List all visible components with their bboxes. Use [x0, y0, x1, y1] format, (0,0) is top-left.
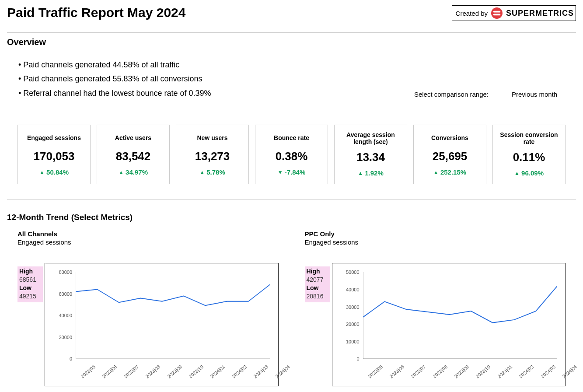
high-label: High [19, 268, 33, 275]
x-axis-tick: 2023|05 [367, 364, 384, 379]
x-axis-tick: 2023|06 [388, 364, 405, 379]
svg-rect-0 [493, 11, 501, 13]
x-axis-tick: 2024|04 [274, 364, 291, 379]
overview-bullet: • Paid channels generated 55.83% of all … [18, 72, 211, 86]
y-axis-tick: 40000 [59, 313, 72, 318]
y-axis-tick: 20000 [346, 322, 360, 327]
kpi-label: Active users [100, 131, 167, 144]
y-axis-tick: 30000 [346, 304, 360, 310]
x-axis-tick: 2024|02 [518, 364, 534, 379]
x-axis-tick: 2024|03 [540, 364, 556, 379]
trend-channel-label: All Channels [17, 230, 279, 238]
overview-bullets: • Paid channels generated 44.58% of all … [7, 58, 211, 100]
kpi-value: 0.38% [258, 150, 325, 163]
x-axis-tick: 2024|04 [561, 364, 578, 379]
kpi-value: 83,542 [100, 150, 167, 163]
x-axis-tick: 2024|01 [209, 364, 226, 379]
overview-title: Overview [7, 37, 576, 47]
created-by-label: Created by [456, 10, 488, 17]
x-axis-tick: 2023|08 [432, 364, 448, 379]
high-low-box: High 42077 Low 20816 [305, 266, 330, 302]
kpi-card: Average session length (sec) 13.34 ▲ 1.9… [334, 125, 407, 184]
y-axis-tick: 0 [70, 356, 72, 361]
kpi-card: Session conversion rate 0.11% ▲ 96.09% [492, 125, 566, 184]
x-axis-tick: 2023|10 [475, 364, 492, 379]
arrow-up-icon: ▲ [433, 169, 439, 175]
overview-bullet: • Paid channels generated 44.58% of all … [18, 58, 211, 72]
y-axis-tick: 60000 [59, 291, 72, 297]
kpi-value: 0.11% [496, 150, 562, 164]
kpi-card: Conversions 25,695 ▲ 252.15% [413, 125, 486, 184]
x-axis-tick: 2023|09 [453, 364, 470, 379]
kpi-value: 170,053 [21, 150, 87, 163]
arrow-up-icon: ▲ [39, 169, 45, 175]
high-low-box: High 68561 Low 49215 [17, 266, 43, 302]
x-axis-tick: 2023|10 [188, 364, 204, 379]
y-axis-tick: 0 [356, 356, 359, 361]
kpi-delta: ▲ 50.84% [21, 168, 87, 176]
y-axis-tick: 20000 [59, 335, 72, 340]
created-by-badge: Created by SUPERMETRICS [452, 5, 576, 21]
trend-channel-label: PPC Only [305, 230, 566, 238]
low-label: Low [19, 284, 31, 291]
chart-series-line [76, 285, 270, 306]
arrow-up-icon: ▲ [358, 170, 363, 176]
arrow-up-icon: ▲ [119, 169, 124, 175]
kpi-label: New users [179, 131, 246, 144]
line-chart: 01000020000300004000050000 2023|052023|0… [332, 263, 566, 386]
kpi-value: 13,273 [179, 150, 246, 163]
kpi-delta: ▲ 5.78% [179, 168, 246, 176]
low-value: 20816 [307, 293, 324, 300]
brand-name: SUPERMETRICS [506, 9, 574, 18]
high-label: High [307, 268, 320, 275]
divider [7, 199, 576, 200]
kpi-value: 13.34 [337, 150, 404, 164]
x-axis-tick: 2024|02 [231, 364, 248, 379]
trend-title: 12-Month Trend (Select Metrics) [7, 213, 576, 222]
trend-column: PPC Only Engaged sessions High 42077 Low… [305, 230, 566, 386]
kpi-label: Session conversion rate [496, 131, 562, 145]
divider [7, 32, 576, 33]
overview-bullet: • Referral channel had the lowest bounce… [18, 86, 211, 100]
kpi-value: 25,695 [416, 150, 483, 163]
x-axis-tick: 2023|08 [144, 364, 161, 379]
trend-metric-select[interactable]: Engaged sessions [17, 238, 96, 247]
x-axis-tick: 2023|05 [80, 364, 96, 379]
kpi-delta: ▼ -7.84% [258, 168, 325, 176]
kpi-delta: ▲ 1.92% [337, 169, 404, 177]
kpi-card: Active users 83,542 ▲ 34.97% [97, 125, 170, 184]
y-axis-tick: 80000 [59, 270, 72, 275]
page-title: Paid Traffic Report May 2024 [7, 5, 186, 20]
supermetrics-logo-icon [491, 7, 503, 19]
kpi-card: Engaged sessions 170,053 ▲ 50.84% [17, 125, 91, 184]
line-chart: 020000400006000080000 2023|052023|062023… [45, 263, 279, 386]
comparison-label: Select comparison range: [414, 91, 489, 98]
y-axis-tick: 50000 [346, 270, 360, 275]
y-axis-tick: 10000 [346, 339, 360, 344]
x-axis-tick: 2023|09 [166, 364, 183, 379]
kpi-label: Conversions [416, 131, 483, 144]
arrow-up-icon: ▲ [199, 169, 205, 175]
high-value: 42077 [307, 276, 324, 283]
svg-rect-1 [493, 14, 501, 16]
x-axis-tick: 2023|07 [410, 364, 427, 379]
kpi-label: Bounce rate [258, 131, 325, 144]
trend-metric-select[interactable]: Engaged sessions [305, 238, 384, 247]
kpi-label: Average session length (sec) [337, 131, 404, 145]
x-axis-tick: 2023|06 [101, 364, 118, 379]
kpi-card: New users 13,273 ▲ 5.78% [176, 125, 249, 184]
chart-series-line [363, 286, 558, 323]
arrow-up-icon: ▲ [514, 170, 520, 176]
kpi-delta: ▲ 252.15% [416, 168, 483, 176]
arrow-down-icon: ▼ [278, 169, 283, 175]
kpi-label: Engaged sessions [21, 131, 87, 144]
kpi-delta: ▲ 34.97% [100, 168, 167, 176]
comparison-select[interactable]: Previous month [497, 91, 572, 100]
x-axis-tick: 2023|07 [123, 364, 140, 379]
x-axis-tick: 2024|03 [252, 364, 269, 379]
kpi-card: Bounce rate 0.38% ▼ -7.84% [255, 125, 328, 184]
x-axis-tick: 2024|01 [496, 364, 513, 379]
trend-column: All Channels Engaged sessions High 68561… [17, 230, 279, 386]
high-value: 68561 [19, 276, 36, 283]
low-label: Low [307, 284, 319, 291]
